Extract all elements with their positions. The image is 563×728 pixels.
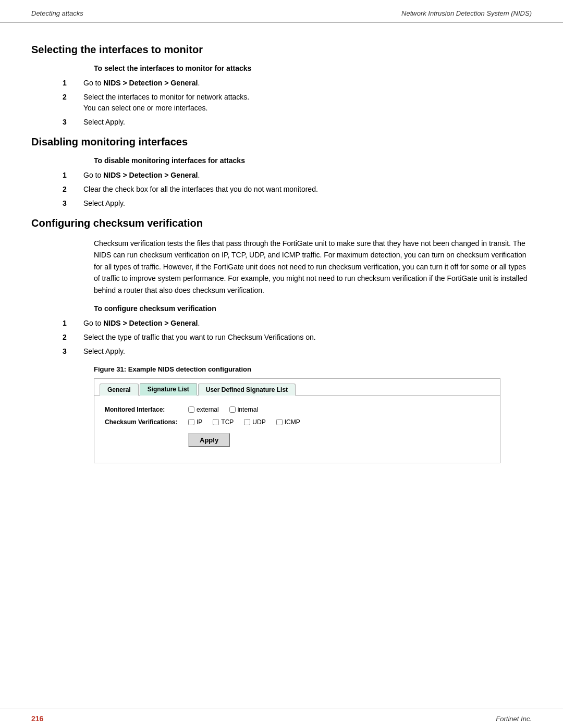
step-num: 3 [63,346,83,357]
checkbox-internal-input[interactable] [229,406,236,413]
form-label-monitored: Monitored Interface: [105,406,188,413]
checkbox-icmp-input[interactable] [276,419,283,425]
page-number: 216 [31,714,43,723]
form-controls-monitored: external internal [188,406,258,413]
step-content: Select Apply. [83,117,532,128]
page-header: Detecting attacks Network Intrusion Dete… [0,0,563,23]
checkbox-ip-input[interactable] [188,419,194,425]
step-content: Select the interfaces to monitor for net… [83,92,532,114]
section-title-disabling: Disabling monitoring interfaces [31,136,532,148]
apply-row: Apply [188,433,489,447]
section-title-checksum: Configuring checksum verification [31,217,532,229]
header-left: Detecting attacks [31,9,83,17]
figure-caption: Figure 31: Example NIDS detection config… [94,365,532,373]
step-num: 2 [63,92,83,114]
form-label-checksum: Checksum Verifications: [105,418,188,426]
section-checksum: Configuring checksum verification Checks… [31,217,532,463]
tab-general[interactable]: General [100,384,139,396]
checksum-body: Checksum verification tests the files th… [94,238,532,296]
checkbox-external-input[interactable] [188,406,194,413]
checkbox-udp-label: UDP [252,418,265,426]
checkbox-tcp-input[interactable] [213,419,219,425]
form-row-checksum-verifications: Checksum Verifications: IP TCP [105,418,489,426]
steps-list-checksum: 1 Go to NIDS > Detection > General. 2 Se… [63,318,532,357]
footer-company: Fortinet Inc. [496,715,532,723]
step-content: Go to NIDS > Detection > General. [83,318,532,329]
form-row-monitored-interface: Monitored Interface: external internal [105,406,489,413]
step-item: 3 Select Apply. [63,198,532,209]
step-item: 1 Go to NIDS > Detection > General. [63,78,532,89]
step-num: 1 [63,318,83,329]
step-num: 3 [63,117,83,128]
checkbox-internal[interactable]: internal [229,406,258,413]
step-num: 2 [63,184,83,195]
checkbox-tcp-label: TCP [221,418,234,426]
checkbox-icmp[interactable]: ICMP [276,418,300,426]
tab-user-defined[interactable]: User Defined Signature List [198,384,296,396]
procedure-title-selecting: To select the interfaces to monitor for … [94,64,532,72]
apply-button[interactable]: Apply [188,433,230,447]
steps-list-disabling: 1 Go to NIDS > Detection > General. 2 Cl… [63,170,532,209]
step-num: 2 [63,332,83,343]
step-num: 1 [63,78,83,89]
checkbox-icmp-label: ICMP [285,418,300,426]
tabs-row: General Signature List User Defined Sign… [94,379,500,396]
step-item: 3 Select Apply. [63,346,532,357]
step-content: Clear the check box for all the interfac… [83,184,532,195]
checkbox-udp[interactable]: UDP [244,418,265,426]
step-item: 1 Go to NIDS > Detection > General. [63,170,532,181]
steps-list-selecting: 1 Go to NIDS > Detection > General. 2 Se… [63,78,532,128]
step-content: Select Apply. [83,346,532,357]
step-content: Select the type of traffic that you want… [83,332,532,343]
page-footer: 216 Fortinet Inc. [0,709,563,728]
checkbox-tcp[interactable]: TCP [213,418,234,426]
step-content: Go to NIDS > Detection > General. [83,78,532,89]
section-disabling-monitoring: Disabling monitoring interfaces To disab… [31,136,532,209]
form-controls-checksum: IP TCP UDP [188,418,300,426]
section-selecting-interfaces: Selecting the interfaces to monitor To s… [31,44,532,128]
checkbox-external-label: external [197,406,219,413]
step-num: 3 [63,198,83,209]
checkbox-ip[interactable]: IP [188,418,202,426]
checkbox-udp-input[interactable] [244,419,250,425]
checkbox-internal-label: internal [238,406,258,413]
figure-box: General Signature List User Defined Sign… [94,378,500,463]
checkbox-external[interactable]: external [188,406,219,413]
main-content: Selecting the interfaces to monitor To s… [0,23,563,709]
checkbox-ip-label: IP [197,418,202,426]
header-right: Network Intrusion Detection System (NIDS… [401,9,532,17]
step-item: 2 Select the type of traffic that you wa… [63,332,532,343]
step-item: 1 Go to NIDS > Detection > General. [63,318,532,329]
step-item: 2 Select the interfaces to monitor for n… [63,92,532,114]
procedure-title-disabling: To disable monitoring interfaces for att… [94,156,532,165]
step-content: Go to NIDS > Detection > General. [83,170,532,181]
page-container: Detecting attacks Network Intrusion Dete… [0,0,563,728]
section-title-selecting: Selecting the interfaces to monitor [31,44,532,56]
step-item: 3 Select Apply. [63,117,532,128]
step-num: 1 [63,170,83,181]
step-content: Select Apply. [83,198,532,209]
procedure-title-checksum: To configure checksum verification [94,304,532,313]
step-item: 2 Clear the check box for all the interf… [63,184,532,195]
form-area: Monitored Interface: external internal [94,395,500,452]
tab-signature-list[interactable]: Signature List [140,383,197,396]
